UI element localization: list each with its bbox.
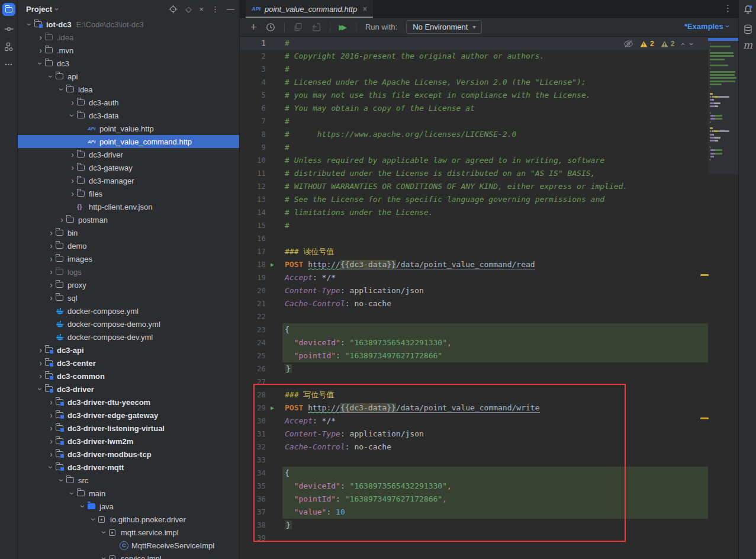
chevron-right-icon[interactable]: › xyxy=(68,165,77,171)
inspections-muted-icon[interactable] xyxy=(623,40,633,48)
tree-item-iot-dc3[interactable]: ›iot-dc3E:\Code\dc3\iot-dc3 xyxy=(18,18,239,31)
tree-item-mvn[interactable]: ›.mvn xyxy=(18,44,239,57)
chevron-right-icon[interactable]: › xyxy=(36,347,45,353)
code-line-26[interactable]: 26} xyxy=(240,362,708,375)
chevron-right-icon[interactable]: › xyxy=(36,47,45,53)
chevron-down-icon[interactable]: › xyxy=(57,86,66,92)
close-icon[interactable]: × xyxy=(199,5,204,14)
chevron-down-icon[interactable]: › xyxy=(36,386,45,392)
project-tool-icon[interactable] xyxy=(2,3,15,16)
chevron-down-icon[interactable]: › xyxy=(47,73,56,79)
previous-problem-icon[interactable]: › xyxy=(678,43,687,45)
chevron-right-icon[interactable]: › xyxy=(68,191,77,197)
more-icon[interactable]: ⋮ xyxy=(211,5,219,14)
tree-item-point-value-http[interactable]: APIpoint_value.http xyxy=(18,122,239,135)
code-line-7[interactable]: 7# xyxy=(240,115,708,128)
tree-item-proxy[interactable]: ›proxy xyxy=(18,278,239,291)
chevron-down-icon[interactable]: › xyxy=(100,555,109,559)
chevron-right-icon[interactable]: › xyxy=(57,217,66,223)
code-line-21[interactable]: 21Cache-Control: no-cache xyxy=(240,297,708,310)
structure-tool-icon[interactable] xyxy=(2,40,15,53)
chevron-down-icon[interactable]: › xyxy=(89,516,98,522)
chevron-right-icon[interactable]: › xyxy=(47,230,56,236)
environment-select[interactable]: No Environment ▾ xyxy=(406,20,482,34)
maven-icon[interactable]: m xyxy=(739,39,756,51)
code-line-12[interactable]: 12# WITHOUT WARRANTIES OR CONDITIONS OF … xyxy=(240,180,708,193)
chevron-right-icon[interactable]: › xyxy=(47,451,56,457)
code-line-19[interactable]: 19Accept: */* xyxy=(240,271,708,284)
chevron-right-icon[interactable]: › xyxy=(36,373,45,379)
code-line-22[interactable]: 22 xyxy=(240,310,708,323)
run-all-icon[interactable]: ▶▶ xyxy=(339,23,347,31)
chevron-right-icon[interactable]: › xyxy=(68,99,77,105)
tree-item-postman[interactable]: ›postman xyxy=(18,213,239,226)
code-line-2[interactable]: 2# Copyright 2016-present the original a… xyxy=(240,50,708,63)
project-panel-title[interactable]: Project xyxy=(26,5,52,14)
tree-item-point-value-command-http[interactable]: APIpoint_value_command.http xyxy=(18,135,239,148)
tree-item-dc3-data[interactable]: ›dc3-data xyxy=(18,109,239,122)
tree-item-java[interactable]: ›java xyxy=(18,500,239,513)
tree-item-dc3-manager[interactable]: ›dc3-manager xyxy=(18,174,239,187)
next-problem-icon[interactable]: › xyxy=(687,43,696,45)
tree-item-files[interactable]: ›files xyxy=(18,187,239,200)
tree-item-dc3-driver-listening-virtual[interactable]: ›dc3-driver-listening-virtual xyxy=(18,422,239,435)
tree-item-dc3-api[interactable]: ›dc3-api xyxy=(18,343,239,356)
history-icon[interactable] xyxy=(266,23,275,32)
code-line-10[interactable]: 10# Unless required by applicable law or… xyxy=(240,154,708,167)
tree-item-mqtt-service-impl[interactable]: ›mqtt.service.impl xyxy=(18,526,239,539)
commit-tool-icon[interactable] xyxy=(2,23,15,36)
code-line-9[interactable]: 9# xyxy=(240,141,708,154)
chevron-right-icon[interactable]: › xyxy=(47,269,56,275)
code-editor[interactable]: 1#2# Copyright 2016-present the original… xyxy=(240,37,738,559)
chevron-right-icon[interactable]: › xyxy=(47,282,56,288)
minimap-scrollbar[interactable] xyxy=(708,37,738,174)
tree-item-dc3-driver-dtu-yeecom[interactable]: ›dc3-driver-dtu-yeecom xyxy=(18,396,239,409)
chevron-right-icon[interactable]: › xyxy=(47,412,56,418)
import-icon[interactable] xyxy=(311,23,321,32)
chevron-down-icon[interactable]: › xyxy=(36,60,45,66)
tree-item-http-client-env-json[interactable]: {}http-client.env.json xyxy=(18,200,239,213)
chevron-right-icon[interactable]: › xyxy=(47,425,56,431)
add-request-icon[interactable]: + xyxy=(250,23,257,32)
code-line-17[interactable]: 17### 读位号值 xyxy=(240,245,708,258)
chevron-down-icon[interactable]: › xyxy=(79,503,88,509)
warning-stripe-mark[interactable] xyxy=(700,417,709,419)
tree-item-images[interactable]: ›images xyxy=(18,252,239,265)
expand-collapse-icon[interactable]: ◇ xyxy=(185,5,191,14)
tree-item-bin[interactable]: ›bin xyxy=(18,226,239,239)
chevron-down-icon[interactable]: › xyxy=(57,477,66,483)
chevron-right-icon[interactable]: › xyxy=(47,256,56,262)
hide-icon[interactable]: — xyxy=(227,5,234,14)
tree-item-dc3-common[interactable]: ›dc3-common xyxy=(18,370,239,383)
tree-item-sql[interactable]: ›sql xyxy=(18,291,239,304)
run-request-icon[interactable]: ▶ xyxy=(271,258,274,271)
code-line-23[interactable]: 23{ xyxy=(240,323,708,336)
notifications-bell-icon[interactable] xyxy=(739,5,756,15)
chevron-right-icon[interactable]: › xyxy=(47,399,56,405)
chevron-right-icon[interactable]: › xyxy=(68,178,77,184)
tree-item-docker-compose-dev-yml[interactable]: docker-compose-dev.yml xyxy=(18,330,239,343)
database-icon[interactable] xyxy=(739,24,756,34)
tree-item-main[interactable]: ›main xyxy=(18,487,239,500)
chevron-right-icon[interactable]: › xyxy=(36,34,45,40)
tree-item-logs[interactable]: ›logs xyxy=(18,265,239,278)
tree-item-demo[interactable]: ›demo xyxy=(18,239,239,252)
copy-icon[interactable] xyxy=(294,23,303,31)
code-line-24[interactable]: 24 "deviceId": "1638973565432291330", xyxy=(240,336,708,349)
tree-item-dc3-driver-mqtt[interactable]: ›dc3-driver-mqtt xyxy=(18,461,239,474)
chevron-right-icon[interactable]: › xyxy=(36,360,45,366)
tree-item-dc3-driver-edge-gateway[interactable]: ›dc3-driver-edge-gateway xyxy=(18,409,239,422)
code-line-13[interactable]: 13# See the License for the specific lan… xyxy=(240,193,708,206)
tree-item-src[interactable]: ›src xyxy=(18,474,239,487)
chevron-right-icon[interactable]: › xyxy=(47,243,56,249)
code-line-14[interactable]: 14# limitations under the License. xyxy=(240,206,708,219)
tree-item-dc3-driver[interactable]: ›dc3-driver xyxy=(18,383,239,396)
code-line-25[interactable]: 25 "pointId": "1638973497627172866" xyxy=(240,349,708,362)
code-line-6[interactable]: 6# You may obtain a copy of the License … xyxy=(240,102,708,115)
tab-options-icon[interactable]: ⋮ xyxy=(723,3,732,14)
warnings-badge[interactable]: 2 xyxy=(640,40,654,48)
chevron-down-icon[interactable]: › xyxy=(53,8,62,10)
tree-item-dc3-driver[interactable]: ›dc3-driver xyxy=(18,148,239,161)
tree-item-mqttreceiveserviceimpl[interactable]: CMqttReceiveServiceImpl xyxy=(18,539,239,552)
chevron-down-icon[interactable]: › xyxy=(47,464,56,470)
